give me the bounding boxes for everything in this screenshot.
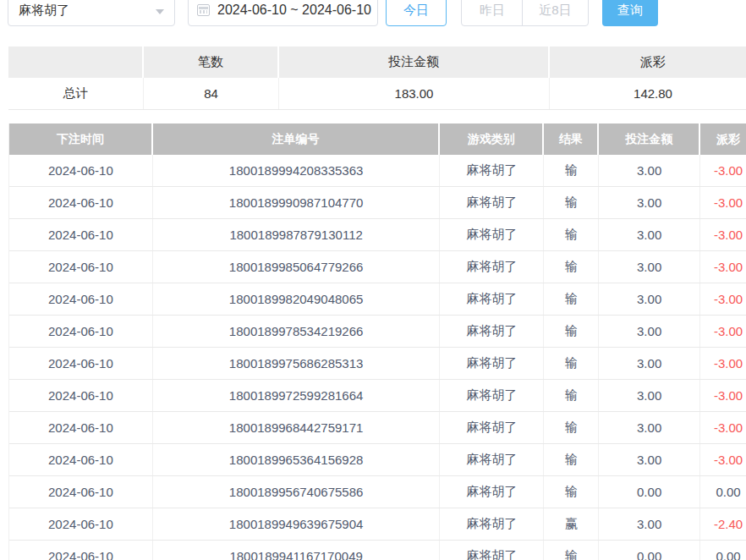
header-payout: 派彩 [700, 124, 746, 155]
cell-payout: -3.00 [700, 348, 746, 379]
chevron-down-icon [156, 9, 164, 14]
summary-total-bet-amount: 183.00 [279, 78, 550, 109]
cell-order-no: 1800189987879130112 [153, 219, 441, 250]
cell-result: 输 [544, 187, 599, 218]
cell-bet-amount: 0.00 [599, 476, 700, 508]
cell-bet-time: 2024-06-10 [9, 348, 153, 379]
cell-result: 输 [544, 380, 599, 411]
cell-order-no: 1800189949639675904 [153, 508, 441, 540]
cell-bet-amount: 3.00 [599, 348, 700, 379]
cell-payout: -3.00 [700, 187, 746, 218]
date-range-input[interactable]: 2024-06-10 ~ 2024-06-10 [188, 0, 378, 26]
cell-bet-time: 2024-06-10 [9, 219, 153, 250]
cell-payout: -3.00 [700, 380, 746, 411]
summary-header-blank [8, 47, 144, 78]
summary-total-count: 84 [144, 78, 279, 109]
cell-result: 输 [544, 348, 599, 379]
cell-order-no: 1800189985064779266 [153, 251, 441, 283]
cell-game-type: 麻将胡了 [440, 251, 544, 283]
cell-bet-amount: 3.00 [599, 155, 700, 186]
cell-result: 输 [544, 541, 599, 560]
cell-order-no: 1800189972599281664 [153, 380, 441, 411]
cell-payout: -3.00 [700, 219, 746, 250]
cell-bet-amount: 3.00 [599, 412, 700, 443]
cell-payout: -3.00 [700, 283, 746, 315]
table-row: 2024-06-101800189994208335363麻将胡了输3.00-3… [9, 155, 746, 187]
cell-order-no: 1800189982049048065 [153, 283, 441, 315]
cell-game-type: 麻将胡了 [440, 316, 544, 347]
cell-bet-amount: 3.00 [599, 219, 700, 250]
summary-header-row: 笔数 投注金额 派彩 [8, 47, 746, 78]
cell-order-no: 1800189968442759171 [153, 412, 441, 443]
table-row: 2024-06-101800189975686285313麻将胡了输3.00-3… [9, 348, 746, 380]
bet-records-table: 下注时间 注单编号 游戏类别 结果 投注金额 派彩 2024-06-101800… [8, 124, 746, 560]
summary-total-label: 总计 [8, 78, 144, 109]
cell-bet-time: 2024-06-10 [9, 187, 153, 218]
cell-order-no: 1800189990987104770 [153, 187, 441, 218]
table-row: 2024-06-101800189985064779266麻将胡了输3.00-3… [9, 251, 746, 283]
cell-payout: -3.00 [700, 444, 746, 475]
table-row: 2024-06-101800189949639675904麻将胡了赢3.00-2… [9, 508, 746, 541]
cell-result: 输 [544, 316, 599, 347]
game-select-value: 麻将胡了 [19, 3, 156, 19]
header-bet-amount: 投注金额 [599, 124, 700, 155]
table-row: 2024-06-101800189972599281664麻将胡了输3.00-3… [9, 380, 746, 412]
cell-order-no: 1800189965364156928 [153, 444, 441, 475]
summary-table: 笔数 投注金额 派彩 总计 84 183.00 142.80 [8, 47, 746, 110]
cell-game-type: 麻将胡了 [440, 155, 544, 186]
summary-total-payout: 142.80 [550, 78, 746, 109]
yesterday-button[interactable]: 昨日 [461, 0, 524, 26]
cell-game-type: 麻将胡了 [440, 412, 544, 443]
cell-game-type: 麻将胡了 [440, 444, 544, 475]
table-row: 2024-06-101800189968442759171麻将胡了输3.00-3… [9, 412, 746, 444]
cell-game-type: 麻将胡了 [440, 348, 544, 379]
cell-game-type: 麻将胡了 [440, 219, 544, 250]
cell-result: 输 [544, 251, 599, 283]
cell-payout: 0.00 [700, 476, 746, 508]
header-bet-time: 下注时间 [9, 124, 153, 155]
cell-order-no: 1800189941167170049 [153, 541, 441, 560]
table-row: 2024-06-101800189965364156928麻将胡了输3.00-3… [9, 444, 746, 476]
bet-records-page: 麻将胡了 2024-06-10 ~ 2024-06-10 今日 昨日 近8日 查… [0, 0, 746, 560]
table-row: 2024-06-101800189978534219266麻将胡了输3.00-3… [9, 316, 746, 348]
cell-bet-time: 2024-06-10 [9, 412, 153, 443]
summary-header-count: 笔数 [144, 47, 279, 78]
cell-bet-amount: 3.00 [599, 380, 700, 411]
cell-bet-time: 2024-06-10 [9, 444, 153, 475]
cell-bet-time: 2024-06-10 [9, 380, 153, 411]
today-button[interactable]: 今日 [386, 0, 447, 26]
cell-bet-time: 2024-06-10 [9, 251, 153, 283]
cell-bet-amount: 3.00 [599, 283, 700, 315]
table-body: 2024-06-101800189994208335363麻将胡了输3.00-3… [9, 155, 746, 560]
header-order-no: 注单编号 [153, 124, 441, 155]
cell-bet-amount: 3.00 [599, 187, 700, 218]
calendar-icon [197, 4, 210, 16]
table-row: 2024-06-101800189990987104770麻将胡了输3.00-3… [9, 187, 746, 219]
cell-bet-time: 2024-06-10 [9, 283, 153, 315]
cell-bet-amount: 3.00 [599, 316, 700, 347]
cell-game-type: 麻将胡了 [440, 380, 544, 411]
header-result: 结果 [544, 124, 599, 155]
table-row: 2024-06-101800189987879130112麻将胡了输3.00-3… [9, 219, 746, 251]
cell-game-type: 麻将胡了 [440, 508, 544, 540]
cell-bet-time: 2024-06-10 [9, 316, 153, 347]
cell-game-type: 麻将胡了 [440, 476, 544, 508]
cell-bet-amount: 3.00 [599, 444, 700, 475]
cell-bet-time: 2024-06-10 [9, 155, 153, 186]
cell-order-no: 1800189994208335363 [153, 155, 441, 186]
cell-game-type: 麻将胡了 [440, 187, 544, 218]
cell-payout: -3.00 [700, 155, 746, 186]
cell-result: 输 [544, 283, 599, 315]
last-8-days-button[interactable]: 近8日 [522, 0, 589, 26]
summary-total-row: 总计 84 183.00 142.80 [8, 78, 746, 110]
cell-payout: 0.00 [700, 541, 746, 560]
cell-bet-amount: 3.00 [599, 251, 700, 283]
cell-bet-time: 2024-06-10 [9, 476, 153, 508]
cell-order-no: 1800189956740675586 [153, 476, 441, 508]
cell-order-no: 1800189978534219266 [153, 316, 441, 347]
cell-bet-amount: 0.00 [599, 541, 700, 560]
cell-result: 赢 [544, 508, 599, 540]
query-button[interactable]: 查询 [602, 0, 658, 26]
cell-bet-amount: 3.00 [599, 508, 700, 540]
game-select[interactable]: 麻将胡了 [8, 0, 175, 26]
